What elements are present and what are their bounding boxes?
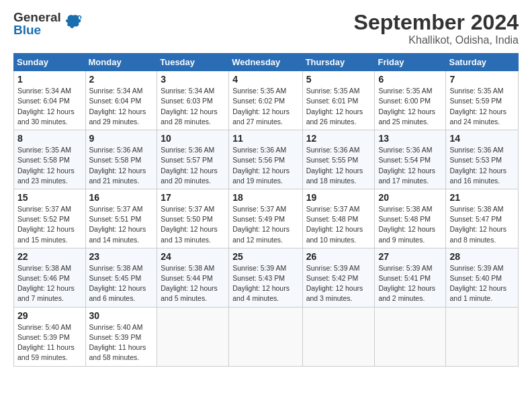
day-number: 20 — [378, 192, 442, 203]
day-info: Sunrise: 5:36 AMSunset: 5:57 PMDaylight:… — [161, 145, 225, 186]
day-info: Sunrise: 5:36 AMSunset: 5:58 PMDaylight:… — [89, 145, 154, 186]
header: General Blue September 2024 Khallikot, O… — [13, 11, 519, 46]
day-info: Sunrise: 5:35 AMSunset: 6:01 PMDaylight:… — [306, 86, 371, 127]
day-info: Sunrise: 5:37 AMSunset: 5:50 PMDaylight:… — [161, 204, 225, 245]
day-number: 9 — [89, 133, 154, 144]
table-row: 30Sunrise: 5:40 AMSunset: 5:39 PMDayligh… — [85, 307, 157, 366]
day-info: Sunrise: 5:35 AMSunset: 5:58 PMDaylight:… — [17, 145, 82, 186]
day-number: 5 — [306, 74, 371, 85]
day-info: Sunrise: 5:34 AMSunset: 6:04 PMDaylight:… — [17, 86, 82, 127]
day-number: 14 — [449, 133, 515, 144]
logo-blue: Blue — [13, 24, 61, 36]
day-number: 23 — [89, 251, 154, 262]
table-row: 8Sunrise: 5:35 AMSunset: 5:58 PMDaylight… — [14, 130, 86, 189]
logo-bird-icon — [64, 13, 83, 32]
table-row: 27Sunrise: 5:39 AMSunset: 5:41 PMDayligh… — [375, 248, 446, 307]
day-info: Sunrise: 5:35 AMSunset: 5:59 PMDaylight:… — [449, 86, 515, 127]
table-row: 3Sunrise: 5:34 AMSunset: 6:03 PMDaylight… — [157, 71, 229, 130]
logo-general: General — [13, 11, 61, 24]
table-row — [446, 307, 519, 366]
table-row: 13Sunrise: 5:36 AMSunset: 5:54 PMDayligh… — [375, 130, 446, 189]
day-info: Sunrise: 5:37 AMSunset: 5:48 PMDaylight:… — [306, 204, 371, 245]
table-row: 6Sunrise: 5:35 AMSunset: 6:00 PMDaylight… — [375, 71, 446, 130]
day-info: Sunrise: 5:37 AMSunset: 5:49 PMDaylight:… — [232, 204, 298, 245]
day-info: Sunrise: 5:40 AMSunset: 5:39 PMDaylight:… — [17, 322, 82, 363]
day-info: Sunrise: 5:38 AMSunset: 5:44 PMDaylight:… — [161, 263, 225, 304]
day-number: 29 — [17, 310, 82, 321]
col-monday: Monday — [85, 54, 157, 71]
day-info: Sunrise: 5:37 AMSunset: 5:51 PMDaylight:… — [89, 204, 154, 245]
table-row: 20Sunrise: 5:38 AMSunset: 5:48 PMDayligh… — [375, 189, 446, 248]
day-info: Sunrise: 5:38 AMSunset: 5:47 PMDaylight:… — [449, 204, 515, 245]
col-saturday: Saturday — [446, 54, 519, 71]
calendar-header: Sunday Monday Tuesday Wednesday Thursday… — [14, 54, 519, 71]
day-number: 6 — [378, 74, 442, 85]
table-row: 5Sunrise: 5:35 AMSunset: 6:01 PMDaylight… — [302, 71, 375, 130]
table-row: 11Sunrise: 5:36 AMSunset: 5:56 PMDayligh… — [229, 130, 302, 189]
day-number: 19 — [306, 192, 371, 203]
table-row: 21Sunrise: 5:38 AMSunset: 5:47 PMDayligh… — [446, 189, 519, 248]
day-number: 10 — [161, 133, 225, 144]
day-number: 2 — [89, 74, 154, 85]
day-number: 27 — [378, 251, 442, 262]
day-info: Sunrise: 5:40 AMSunset: 5:39 PMDaylight:… — [89, 322, 154, 363]
day-info: Sunrise: 5:38 AMSunset: 5:45 PMDaylight:… — [89, 263, 154, 304]
day-number: 16 — [89, 192, 154, 203]
day-info: Sunrise: 5:36 AMSunset: 5:55 PMDaylight:… — [306, 145, 371, 186]
logo: General Blue — [13, 11, 83, 36]
day-number: 13 — [378, 133, 442, 144]
day-number: 4 — [232, 74, 298, 85]
table-row: 28Sunrise: 5:39 AMSunset: 5:40 PMDayligh… — [446, 248, 519, 307]
col-thursday: Thursday — [302, 54, 375, 71]
day-number: 1 — [17, 74, 82, 85]
day-number: 18 — [232, 192, 298, 203]
col-tuesday: Tuesday — [157, 54, 229, 71]
table-row: 19Sunrise: 5:37 AMSunset: 5:48 PMDayligh… — [302, 189, 375, 248]
table-row: 22Sunrise: 5:38 AMSunset: 5:46 PMDayligh… — [14, 248, 86, 307]
table-row — [229, 307, 302, 366]
calendar-body: 1Sunrise: 5:34 AMSunset: 6:04 PMDaylight… — [14, 71, 519, 366]
day-info: Sunrise: 5:34 AMSunset: 6:03 PMDaylight:… — [161, 86, 225, 127]
table-row: 9Sunrise: 5:36 AMSunset: 5:58 PMDaylight… — [85, 130, 157, 189]
day-info: Sunrise: 5:39 AMSunset: 5:42 PMDaylight:… — [306, 263, 371, 304]
day-info: Sunrise: 5:34 AMSunset: 6:04 PMDaylight:… — [89, 86, 154, 127]
day-info: Sunrise: 5:39 AMSunset: 5:41 PMDaylight:… — [378, 263, 442, 304]
title-block: September 2024 Khallikot, Odisha, India — [354, 11, 519, 46]
col-wednesday: Wednesday — [229, 54, 302, 71]
col-friday: Friday — [375, 54, 446, 71]
day-info: Sunrise: 5:35 AMSunset: 6:00 PMDaylight:… — [378, 86, 442, 127]
day-number: 15 — [17, 192, 82, 203]
day-number: 17 — [161, 192, 225, 203]
table-row: 2Sunrise: 5:34 AMSunset: 6:04 PMDaylight… — [85, 71, 157, 130]
table-row: 4Sunrise: 5:35 AMSunset: 6:02 PMDaylight… — [229, 71, 302, 130]
day-number: 30 — [89, 310, 154, 321]
day-number: 25 — [232, 251, 298, 262]
table-row: 18Sunrise: 5:37 AMSunset: 5:49 PMDayligh… — [229, 189, 302, 248]
day-number: 7 — [449, 74, 515, 85]
table-row: 26Sunrise: 5:39 AMSunset: 5:42 PMDayligh… — [302, 248, 375, 307]
day-info: Sunrise: 5:38 AMSunset: 5:48 PMDaylight:… — [378, 204, 442, 245]
day-info: Sunrise: 5:37 AMSunset: 5:52 PMDaylight:… — [17, 204, 82, 245]
day-info: Sunrise: 5:39 AMSunset: 5:43 PMDaylight:… — [232, 263, 298, 304]
table-row: 16Sunrise: 5:37 AMSunset: 5:51 PMDayligh… — [85, 189, 157, 248]
table-row: 17Sunrise: 5:37 AMSunset: 5:50 PMDayligh… — [157, 189, 229, 248]
day-info: Sunrise: 5:38 AMSunset: 5:46 PMDaylight:… — [17, 263, 82, 304]
table-row: 29Sunrise: 5:40 AMSunset: 5:39 PMDayligh… — [14, 307, 86, 366]
calendar-title: September 2024 — [354, 11, 519, 34]
day-number: 26 — [306, 251, 371, 262]
day-info: Sunrise: 5:36 AMSunset: 5:56 PMDaylight:… — [232, 145, 298, 186]
table-row: 25Sunrise: 5:39 AMSunset: 5:43 PMDayligh… — [229, 248, 302, 307]
calendar-subtitle: Khallikot, Odisha, India — [354, 34, 519, 46]
table-row: 15Sunrise: 5:37 AMSunset: 5:52 PMDayligh… — [14, 189, 86, 248]
day-number: 8 — [17, 133, 82, 144]
day-number: 28 — [449, 251, 515, 262]
table-row — [302, 307, 375, 366]
table-row: 10Sunrise: 5:36 AMSunset: 5:57 PMDayligh… — [157, 130, 229, 189]
day-info: Sunrise: 5:35 AMSunset: 6:02 PMDaylight:… — [232, 86, 298, 127]
table-row: 23Sunrise: 5:38 AMSunset: 5:45 PMDayligh… — [85, 248, 157, 307]
day-number: 22 — [17, 251, 82, 262]
calendar-table: Sunday Monday Tuesday Wednesday Thursday… — [13, 53, 519, 366]
day-number: 24 — [161, 251, 225, 262]
table-row: 14Sunrise: 5:36 AMSunset: 5:53 PMDayligh… — [446, 130, 519, 189]
table-row — [375, 307, 446, 366]
